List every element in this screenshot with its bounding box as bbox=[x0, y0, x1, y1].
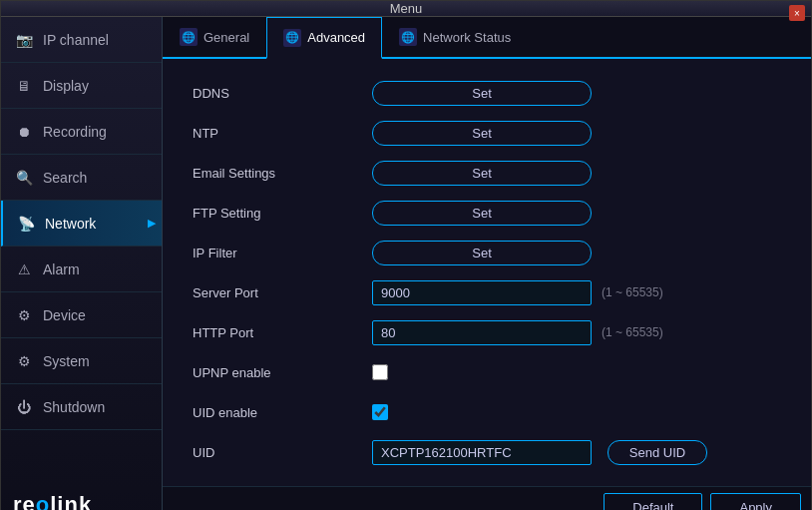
form-row-http-port: HTTP Port(1 ~ 65535) bbox=[193, 318, 781, 346]
tab-network-status[interactable]: 🌐Network Status bbox=[382, 17, 528, 57]
device-label: Device bbox=[43, 307, 86, 323]
label-ftp-setting: FTP Setting bbox=[193, 206, 372, 221]
sidebar-item-alarm[interactable]: ⚠Alarm bbox=[1, 247, 162, 292]
display-icon: 🖥 bbox=[13, 75, 35, 97]
alarm-label: Alarm bbox=[43, 261, 80, 277]
form-row-ip-filter: IP FilterSet bbox=[193, 239, 781, 266]
upnp-enable-checkbox[interactable] bbox=[372, 364, 388, 380]
control-uid-enable bbox=[372, 404, 781, 420]
ip-channel-label: IP channel bbox=[43, 32, 109, 48]
sidebar-item-display[interactable]: 🖥Display bbox=[1, 63, 162, 109]
label-http-port: HTTP Port bbox=[193, 325, 372, 340]
control-server-port: (1 ~ 65535) bbox=[372, 280, 781, 305]
control-ntp: Set bbox=[372, 121, 781, 146]
sidebar-item-system[interactable]: ⚙System bbox=[1, 338, 162, 384]
search-label: Search bbox=[43, 170, 87, 186]
control-email-settings: Set bbox=[372, 161, 781, 186]
recording-label: Recording bbox=[43, 124, 107, 140]
tab-advanced[interactable]: 🌐Advanced bbox=[266, 17, 382, 59]
recording-icon: ⏺ bbox=[13, 121, 35, 143]
tab-general-label: General bbox=[203, 30, 249, 45]
shutdown-icon: ⏻ bbox=[13, 396, 35, 418]
ddns-set-button[interactable]: Set bbox=[372, 81, 592, 106]
server-port-hint: (1 ~ 65535) bbox=[602, 285, 663, 299]
tab-general-icon: 🌐 bbox=[180, 28, 198, 46]
form-row-ftp-setting: FTP SettingSet bbox=[193, 199, 781, 227]
sidebar-item-recording[interactable]: ⏺Recording bbox=[1, 109, 162, 155]
label-email-settings: Email Settings bbox=[193, 166, 372, 181]
default-button[interactable]: Default bbox=[604, 493, 702, 510]
http-port-input[interactable] bbox=[372, 320, 592, 345]
http-port-hint: (1 ~ 65535) bbox=[602, 325, 663, 339]
label-server-port: Server Port bbox=[193, 285, 372, 300]
title-bar: Menu × bbox=[1, 1, 811, 17]
settings-form: DDNSSetNTPSetEmail SettingsSetFTP Settin… bbox=[163, 59, 811, 486]
label-ddns: DDNS bbox=[193, 86, 372, 101]
server-port-input[interactable] bbox=[372, 280, 592, 305]
label-upnp-enable: UPNP enable bbox=[193, 365, 372, 380]
control-uid: Send UID bbox=[372, 440, 781, 465]
shutdown-label: Shutdown bbox=[43, 399, 105, 415]
ntp-set-button[interactable]: Set bbox=[372, 121, 592, 146]
control-ddns: Set bbox=[372, 81, 781, 106]
tab-network-status-icon: 🌐 bbox=[399, 28, 417, 46]
uid-enable-checkbox[interactable] bbox=[372, 404, 388, 420]
alarm-icon: ⚠ bbox=[13, 258, 35, 280]
uid-input[interactable] bbox=[372, 440, 592, 465]
main-window: Menu × 📷IP channel🖥Display⏺Recording🔍Sea… bbox=[0, 0, 812, 510]
tabs-bar: 🌐General🌐Advanced🌐Network Status bbox=[163, 17, 811, 59]
ip-channel-icon: 📷 bbox=[13, 29, 35, 51]
sidebar-item-shutdown[interactable]: ⏻Shutdown bbox=[1, 384, 162, 430]
sidebar-item-search[interactable]: 🔍Search bbox=[1, 155, 162, 201]
sidebar-item-network[interactable]: 📡Network▶ bbox=[1, 201, 162, 247]
network-label: Network bbox=[45, 216, 96, 232]
network-arrow-icon: ▶ bbox=[148, 217, 156, 230]
content-area: 📷IP channel🖥Display⏺Recording🔍Search📡Net… bbox=[1, 17, 811, 510]
form-row-uid-enable: UID enable bbox=[193, 398, 781, 426]
send-uid-button[interactable]: Send UID bbox=[608, 440, 707, 465]
sidebar: 📷IP channel🖥Display⏺Recording🔍Search📡Net… bbox=[1, 17, 163, 510]
form-row-server-port: Server Port(1 ~ 65535) bbox=[193, 278, 781, 306]
main-panel: 🌐General🌐Advanced🌐Network Status DDNSSet… bbox=[163, 17, 811, 510]
system-label: System bbox=[43, 353, 90, 369]
ip-filter-set-button[interactable]: Set bbox=[372, 241, 592, 265]
display-label: Display bbox=[43, 78, 89, 94]
window-title: Menu bbox=[390, 1, 423, 16]
label-uid-enable: UID enable bbox=[193, 405, 372, 420]
control-ip-filter: Set bbox=[372, 241, 781, 265]
tab-advanced-label: Advanced bbox=[307, 30, 365, 45]
system-icon: ⚙ bbox=[13, 350, 35, 372]
tab-network-status-label: Network Status bbox=[423, 30, 511, 45]
label-ntp: NTP bbox=[193, 126, 372, 141]
label-ip-filter: IP Filter bbox=[193, 246, 372, 260]
sidebar-item-ip-channel[interactable]: 📷IP channel bbox=[1, 17, 162, 63]
logo: reolink bbox=[13, 492, 92, 510]
tab-general[interactable]: 🌐General bbox=[163, 17, 266, 57]
control-ftp-setting: Set bbox=[372, 201, 781, 226]
ftp-setting-set-button[interactable]: Set bbox=[372, 201, 592, 226]
label-uid: UID bbox=[193, 445, 372, 460]
form-row-ddns: DDNSSet bbox=[193, 79, 781, 107]
tab-advanced-icon: 🌐 bbox=[283, 29, 301, 47]
close-button[interactable]: × bbox=[789, 5, 805, 21]
form-row-ntp: NTPSet bbox=[193, 119, 781, 147]
device-icon: ⚙ bbox=[13, 304, 35, 326]
bottom-bar: Default Apply bbox=[163, 486, 811, 510]
network-icon: 📡 bbox=[15, 213, 37, 235]
form-row-email-settings: Email SettingsSet bbox=[193, 159, 781, 187]
logo-area: reolink bbox=[1, 482, 162, 510]
sidebar-item-device[interactable]: ⚙Device bbox=[1, 292, 162, 338]
control-upnp-enable bbox=[372, 364, 781, 380]
search-icon: 🔍 bbox=[13, 167, 35, 189]
form-row-upnp-enable: UPNP enable bbox=[193, 358, 781, 386]
email-settings-set-button[interactable]: Set bbox=[372, 161, 592, 186]
form-row-uid: UIDSend UID bbox=[193, 438, 781, 466]
control-http-port: (1 ~ 65535) bbox=[372, 320, 781, 345]
apply-button[interactable]: Apply bbox=[710, 493, 801, 510]
